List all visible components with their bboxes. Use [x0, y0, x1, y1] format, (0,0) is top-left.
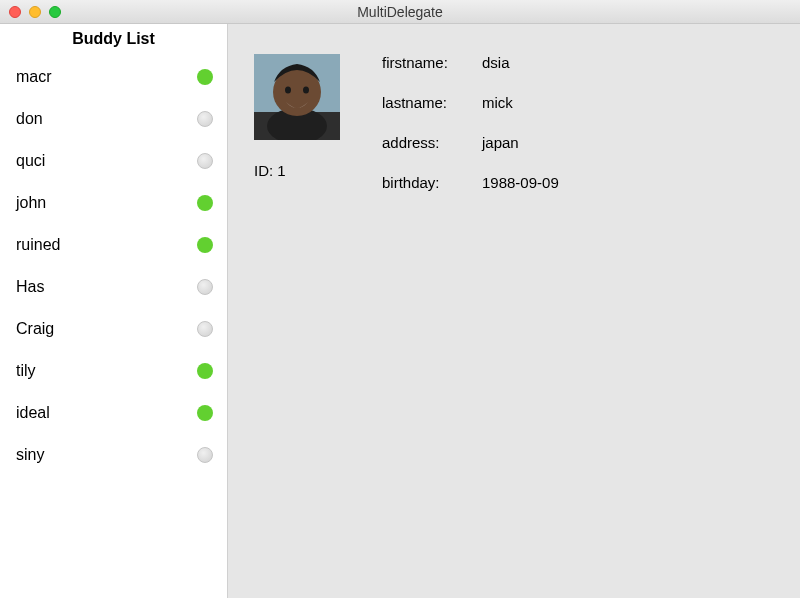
list-item[interactable]: ruined — [0, 224, 227, 266]
svg-point-5 — [303, 87, 309, 94]
address-label: address: — [382, 134, 482, 151]
info-row-lastname: lastname: mick — [382, 94, 559, 134]
sidebar: Buddy List macrdonqucijohnruinedHasCraig… — [0, 24, 228, 598]
address-value: japan — [482, 134, 519, 151]
buddy-name: don — [16, 110, 43, 128]
status-dot-icon — [197, 111, 213, 127]
buddy-name: ruined — [16, 236, 60, 254]
buddy-name: macr — [16, 68, 52, 86]
buddy-name: ideal — [16, 404, 50, 422]
status-dot-icon — [197, 69, 213, 85]
info: firstname: dsia lastname: mick address: … — [382, 54, 559, 214]
buddy-name: Craig — [16, 320, 54, 338]
status-dot-icon — [197, 321, 213, 337]
info-row-birthday: birthday: 1988-09-09 — [382, 174, 559, 214]
svg-point-4 — [285, 87, 291, 94]
list-item[interactable]: siny — [0, 434, 227, 476]
list-item[interactable]: tily — [0, 350, 227, 392]
window-controls — [9, 6, 61, 18]
list-item[interactable]: macr — [0, 56, 227, 98]
status-dot-icon — [197, 195, 213, 211]
window-title: MultiDelegate — [0, 4, 800, 20]
status-dot-icon — [197, 153, 213, 169]
id-value: 1 — [277, 162, 285, 179]
buddy-name: john — [16, 194, 46, 212]
lastname-value: mick — [482, 94, 513, 111]
list-item[interactable]: john — [0, 182, 227, 224]
minimize-icon[interactable] — [29, 6, 41, 18]
avatar — [254, 54, 340, 140]
list-item[interactable]: Has — [0, 266, 227, 308]
status-dot-icon — [197, 447, 213, 463]
detail-top: ID: 1 firstname: dsia lastname: mick add… — [254, 54, 780, 214]
zoom-icon[interactable] — [49, 6, 61, 18]
firstname-value: dsia — [482, 54, 510, 71]
sidebar-header: Buddy List — [0, 24, 227, 56]
id-text: ID: 1 — [254, 162, 354, 179]
buddy-name: quci — [16, 152, 45, 170]
buddy-name: tily — [16, 362, 36, 380]
status-dot-icon — [197, 237, 213, 253]
status-dot-icon — [197, 363, 213, 379]
avatar-column: ID: 1 — [254, 54, 354, 179]
buddy-list: macrdonqucijohnruinedHasCraigtilyidealsi… — [0, 56, 227, 476]
info-row-firstname: firstname: dsia — [382, 54, 559, 94]
status-dot-icon — [197, 405, 213, 421]
content: Buddy List macrdonqucijohnruinedHasCraig… — [0, 24, 800, 598]
buddy-name: siny — [16, 446, 44, 464]
firstname-label: firstname: — [382, 54, 482, 71]
info-row-address: address: japan — [382, 134, 559, 174]
list-item[interactable]: don — [0, 98, 227, 140]
list-item[interactable]: ideal — [0, 392, 227, 434]
close-icon[interactable] — [9, 6, 21, 18]
birthday-label: birthday: — [382, 174, 482, 191]
list-item[interactable]: Craig — [0, 308, 227, 350]
buddy-name: Has — [16, 278, 44, 296]
list-item[interactable]: quci — [0, 140, 227, 182]
id-label: ID: — [254, 162, 273, 179]
titlebar: MultiDelegate — [0, 0, 800, 24]
detail-pane: ID: 1 firstname: dsia lastname: mick add… — [228, 24, 800, 598]
birthday-value: 1988-09-09 — [482, 174, 559, 191]
lastname-label: lastname: — [382, 94, 482, 111]
status-dot-icon — [197, 279, 213, 295]
